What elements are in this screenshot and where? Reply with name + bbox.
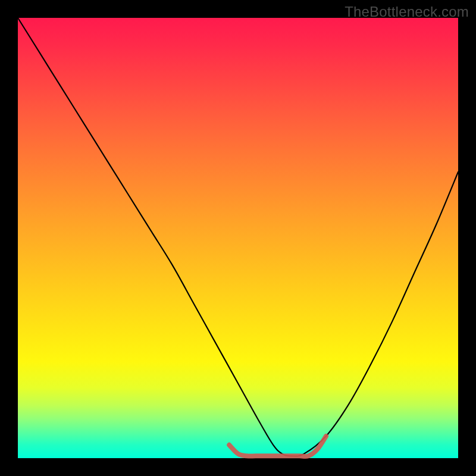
plot-area: [18, 18, 458, 458]
series-lower-overlay: [229, 436, 326, 456]
chart-frame: TheBottleneck.com: [0, 0, 476, 476]
plot-svg: [18, 18, 458, 458]
series-primary-curve: [18, 18, 458, 456]
